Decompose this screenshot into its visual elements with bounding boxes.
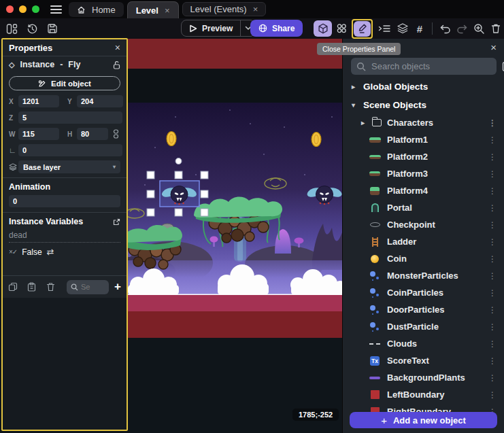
ground-band[interactable] (128, 295, 342, 311)
undo-icon[interactable] (437, 21, 452, 36)
variable-name[interactable]: dead (9, 230, 120, 243)
item-menu-icon[interactable]: ⋮ (488, 305, 497, 315)
copy-icon[interactable] (8, 282, 27, 292)
item-menu-icon[interactable]: ⋮ (488, 390, 497, 400)
item-menu-icon[interactable]: ⋮ (488, 152, 497, 162)
item-menu-icon[interactable]: ⋮ (488, 237, 497, 247)
scene-canvas[interactable] (128, 39, 342, 433)
object-row-platform4[interactable]: Platform4 ⋮ (343, 182, 504, 199)
layer-select[interactable]: Base layer ▾ (18, 160, 120, 173)
width-input[interactable] (18, 128, 59, 140)
group-scene-objects[interactable]: ▾ Scene Objects (343, 96, 504, 114)
group-global-objects[interactable]: ▸ Global Objects (343, 77, 504, 96)
instance-type: Instance (20, 60, 54, 69)
z-input[interactable] (18, 111, 122, 124)
object-row-platform3[interactable]: Platform3 ⋮ (343, 165, 504, 182)
open-variables-icon[interactable] (113, 218, 120, 226)
x-input[interactable] (18, 95, 59, 107)
unlock-icon[interactable] (113, 60, 120, 69)
tab-level-events[interactable]: Level (Events) × (182, 2, 267, 16)
object-row-monsterparticles[interactable]: MonsterParticles ⋮ (343, 267, 504, 284)
object-row-portal[interactable]: Portal ⋮ (343, 199, 504, 216)
tooltip: Close Properties Panel (317, 43, 401, 55)
height-input[interactable] (77, 128, 108, 140)
properties-panel: Properties × ◇ Instance - Fly Edit objec… (1, 38, 128, 431)
platform1-icon (369, 137, 381, 143)
item-menu-icon[interactable]: ⋮ (488, 186, 497, 196)
share-button[interactable]: Share (250, 20, 303, 37)
preview-button[interactable]: Preview (181, 20, 256, 37)
close-window-button[interactable] (6, 5, 14, 13)
menu-icon[interactable] (50, 5, 62, 14)
close-tab-icon[interactable]: × (253, 4, 258, 14)
object-row-platform2[interactable]: Platform2 ⋮ (343, 148, 504, 165)
object-row-scoretext[interactable]: ScoreText ⋮ (343, 352, 504, 369)
object-row-coinparticles[interactable]: CoinParticles ⋮ (343, 284, 504, 301)
object-row-platform1[interactable]: Platform1 ⋮ (343, 131, 504, 148)
variables-search[interactable] (67, 280, 109, 294)
item-menu-icon[interactable]: ⋮ (488, 203, 497, 213)
minimize-window-button[interactable] (19, 5, 27, 13)
item-menu-icon[interactable]: ⋮ (488, 169, 497, 179)
tab-home[interactable]: Home (69, 2, 124, 17)
chevron-down-icon[interactable]: ▾ (352, 101, 357, 109)
add-new-object-button[interactable]: + Add a new object (350, 412, 497, 428)
item-menu-icon[interactable]: ⋮ (488, 288, 497, 298)
folder-characters[interactable]: ▸ Characters ⋮ (343, 114, 504, 131)
rotation-handle[interactable] (175, 158, 182, 164)
item-menu-icon[interactable]: ⋮ (488, 254, 497, 264)
angle-input[interactable] (18, 144, 122, 156)
chevron-right-icon[interactable]: ▸ (352, 83, 357, 90)
close-objects-panel-icon[interactable]: × (490, 41, 497, 53)
grid-icon[interactable]: # (412, 21, 427, 36)
item-menu-icon[interactable]: ⋮ (488, 118, 497, 128)
link-dimensions-icon[interactable] (113, 129, 119, 139)
object-row-coin[interactable]: Coin ⋮ (343, 250, 504, 267)
item-menu-icon[interactable]: ⋮ (488, 135, 497, 145)
object-row-doorparticles[interactable]: DoorParticles ⋮ (343, 301, 504, 318)
object-row-ladder[interactable]: Ladder ⋮ (343, 233, 504, 250)
item-menu-icon[interactable]: ⋮ (488, 373, 497, 383)
close-tab-icon[interactable]: × (165, 5, 170, 16)
coin-object[interactable] (167, 132, 176, 146)
zoom-in-icon[interactable] (471, 21, 486, 36)
chevron-right-icon[interactable]: ▸ (361, 119, 367, 126)
redo-icon[interactable] (454, 21, 469, 36)
close-properties-icon[interactable]: × (115, 42, 120, 53)
add-variable-button[interactable]: + (114, 280, 121, 294)
animation-input[interactable] (9, 195, 120, 207)
paste-icon[interactable] (27, 282, 46, 292)
save-icon[interactable] (45, 21, 60, 36)
edit-object-button[interactable]: Edit object (9, 76, 120, 90)
item-menu-icon[interactable]: ⋮ (488, 322, 497, 332)
object-groups-icon[interactable] (334, 21, 349, 36)
delete-variable-icon[interactable] (46, 282, 65, 292)
objects-panel-toggle-icon[interactable] (314, 20, 332, 37)
item-menu-icon[interactable]: ⋮ (488, 356, 497, 366)
variables-search-input[interactable] (81, 283, 99, 291)
panels-layout-icon[interactable] (4, 21, 19, 36)
item-menu-icon[interactable]: ⋮ (488, 220, 497, 230)
top-boundary-band[interactable] (128, 39, 342, 69)
toggle-value-icon[interactable]: ⇄ (47, 247, 54, 257)
object-row-leftboundary[interactable]: LeftBoundary ⋮ (343, 386, 504, 403)
bottom-boundary-band[interactable] (128, 311, 342, 338)
object-row-backgroundplants[interactable]: BackgroundPlants ⋮ (343, 369, 504, 386)
maximize-window-button[interactable] (32, 5, 39, 13)
history-icon[interactable] (24, 21, 39, 36)
object-row-dustparticle[interactable]: DustParticle ⋮ (343, 318, 504, 335)
variable-value[interactable]: False (22, 247, 41, 257)
item-menu-icon[interactable]: ⋮ (488, 339, 497, 349)
item-menu-icon[interactable]: ⋮ (488, 271, 497, 281)
tab-level[interactable]: Level × (127, 1, 179, 18)
objects-search[interactable] (351, 58, 497, 75)
coin-object[interactable] (312, 133, 321, 147)
properties-panel-toggle-icon[interactable] (354, 21, 371, 37)
instances-list-icon[interactable] (375, 21, 393, 36)
objects-search-input[interactable] (371, 61, 491, 71)
y-input[interactable] (77, 95, 123, 107)
trash-icon[interactable] (488, 21, 503, 36)
object-row-clouds[interactable]: Clouds ⋮ (343, 335, 504, 352)
object-row-checkpoint[interactable]: Checkpoint ⋮ (343, 216, 504, 233)
layers-icon[interactable] (395, 21, 410, 36)
